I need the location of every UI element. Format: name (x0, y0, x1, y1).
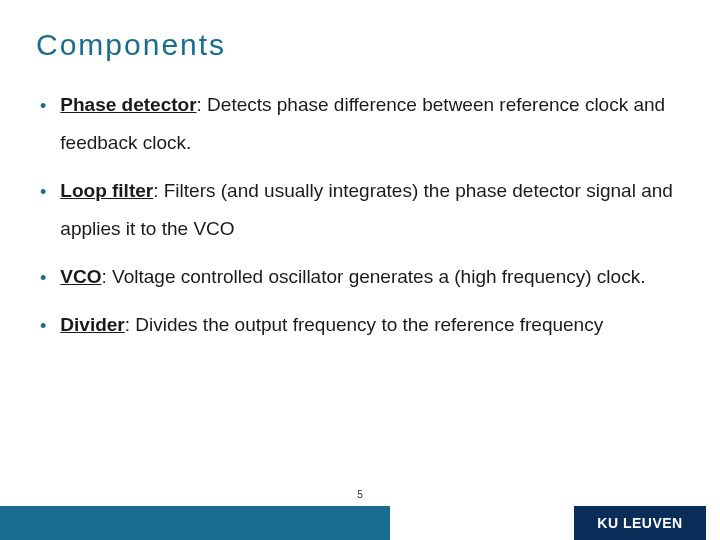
bullet-item: • Phase detector: Detects phase differen… (40, 86, 684, 162)
logo-box: KU LEUVEN (574, 506, 706, 540)
bullet-text: Phase detector: Detects phase difference… (60, 86, 684, 162)
bullet-text: VCO: Voltage controlled oscillator gener… (60, 258, 645, 296)
slide-title: Components (36, 28, 684, 62)
bullet-item: • VCO: Voltage controlled oscillator gen… (40, 258, 684, 296)
bullet-icon: • (40, 308, 46, 344)
bullet-icon: • (40, 174, 46, 210)
bullet-item: • Divider: Divides the output frequency … (40, 306, 684, 344)
bullet-item: • Loop filter: Filters (and usually inte… (40, 172, 684, 248)
term: Divider (60, 314, 124, 335)
desc: : Voltage controlled oscillator generate… (102, 266, 646, 287)
bullet-text: Loop filter: Filters (and usually integr… (60, 172, 684, 248)
content-area: • Phase detector: Detects phase differen… (36, 86, 684, 344)
accent-bar (0, 506, 390, 540)
desc: : Divides the output frequency to the re… (125, 314, 603, 335)
bullet-icon: • (40, 260, 46, 296)
term: Loop filter (60, 180, 153, 201)
footer-gap (390, 506, 574, 540)
footer-bar: KU LEUVEN (0, 506, 720, 540)
term: VCO (60, 266, 101, 287)
slide: Components • Phase detector: Detects pha… (0, 0, 720, 540)
page-number: 5 (0, 489, 720, 500)
bullet-text: Divider: Divides the output frequency to… (60, 306, 603, 344)
bullet-icon: • (40, 88, 46, 124)
term: Phase detector (60, 94, 196, 115)
logo-text: KU LEUVEN (597, 515, 682, 531)
desc: : Filters (and usually integrates) the p… (60, 180, 673, 239)
